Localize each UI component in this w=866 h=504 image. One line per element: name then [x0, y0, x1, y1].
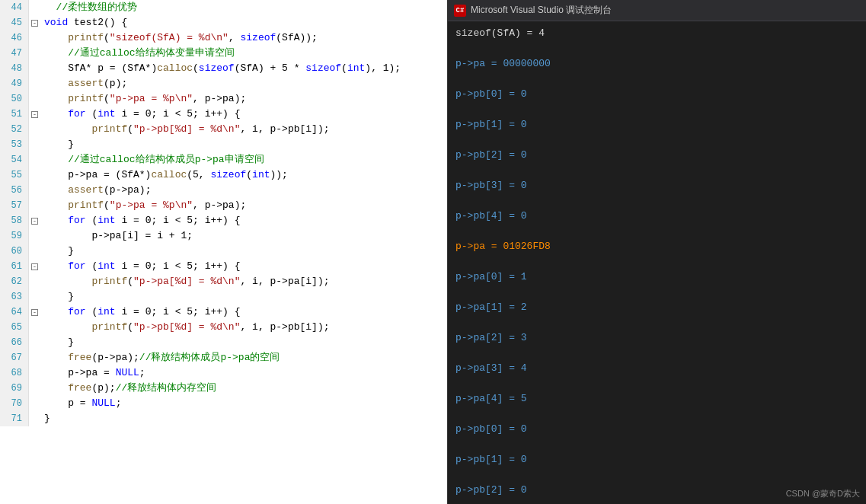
code-content: p->pa[i] = i + 1;	[41, 228, 193, 244]
line-number: 59	[0, 228, 29, 244]
line-number: 63	[0, 289, 29, 305]
code-content: free(p);//释放结构体内存空间	[41, 381, 216, 396]
console-line: p->pa = 00000000	[455, 56, 858, 72]
code-content: for (int i = 0; i < 5; i++) {	[41, 305, 240, 320]
code-content: for (int i = 0; i < 5; i++) {	[41, 107, 240, 122]
line-number: 69	[0, 381, 29, 396]
line-number: 57	[0, 198, 29, 213]
fold-gutter[interactable]: -	[29, 259, 41, 274]
console-line: p->pa[0] = 1	[455, 270, 858, 285]
console-line: p->pa[1] = 2	[455, 300, 858, 315]
code-content: for (int i = 0; i < 5; i++) {	[41, 213, 240, 228]
watermark: CSDN @蒙奇D索大	[786, 488, 860, 499]
line-number: 52	[0, 122, 29, 137]
code-content: assert(p);	[41, 76, 127, 91]
line-number: 47	[0, 46, 29, 61]
code-content: }	[41, 244, 74, 259]
line-number: 56	[0, 183, 29, 198]
code-content: printf("sizeof(SfA) = %d\n", sizeof(SfA)…	[41, 30, 318, 46]
code-content: }	[41, 335, 74, 350]
code-content: //柔性数组的优势	[41, 0, 137, 15]
console-line: p->pa = 01026FD8	[455, 239, 858, 254]
code-content: assert(p->pa);	[41, 183, 151, 198]
code-content: printf("p->pa = %p\n", p->pa);	[41, 91, 246, 107]
console-line: p->pb[0] = 0	[455, 87, 858, 102]
line-number: 50	[0, 91, 29, 107]
line-number: 55	[0, 167, 29, 183]
line-number: 44	[0, 0, 29, 15]
fold-gutter[interactable]: -	[29, 107, 41, 122]
code-content: p->pa = (SfA*)calloc(5, sizeof(int));	[41, 167, 288, 183]
code-content: }	[41, 137, 74, 152]
line-number: 48	[0, 61, 29, 76]
line-number: 62	[0, 274, 29, 289]
code-content: free(p->pa);//释放结构体成员p->pa的空间	[41, 350, 280, 365]
console-line: p->pb[1] = 0	[455, 117, 858, 132]
code-content: }	[41, 289, 74, 305]
console-line: p->pb[0] = 0	[455, 422, 858, 437]
fold-gutter[interactable]: -	[29, 15, 41, 30]
line-number: 68	[0, 365, 29, 381]
console-body: sizeof(SfA) = 4p->pa = 00000000p->pb[0] …	[448, 21, 866, 504]
line-number: 70	[0, 396, 29, 411]
console-line: p->pb[2] = 0	[455, 148, 858, 163]
fold-gutter[interactable]: -	[29, 213, 41, 228]
code-content: //通过calloc给结构体变量申请空间	[41, 46, 235, 61]
line-number: 65	[0, 320, 29, 335]
fold-gutter[interactable]: -	[29, 305, 41, 320]
console-line: p->pa[2] = 3	[455, 330, 858, 346]
console-title: Microsoft Visual Studio 调试控制台	[471, 4, 612, 17]
line-number: 58	[0, 213, 29, 228]
console-line: p->pb[4] = 0	[455, 209, 858, 224]
line-number: 45	[0, 15, 29, 30]
line-number: 53	[0, 137, 29, 152]
code-content: printf("p->pa[%d] = %d\n", i, p->pa[i]);	[41, 274, 330, 289]
line-number: 66	[0, 335, 29, 350]
console-line: p->pb[3] = 0	[455, 178, 858, 193]
code-content: }	[41, 411, 50, 426]
line-number: 49	[0, 76, 29, 91]
line-number: 46	[0, 30, 29, 46]
console-overlay: C# Microsoft Visual Studio 调试控制台 sizeof(…	[447, 0, 866, 504]
line-number: 71	[0, 411, 29, 426]
main-container: 44 //柔性数组的优势45-void test2() {46 printf("…	[0, 0, 866, 504]
code-content: //通过calloc给结构体成员p->pa申请空间	[41, 152, 264, 167]
code-content: void test2() {	[41, 15, 127, 30]
console-line: p->pa[4] = 5	[455, 391, 858, 407]
console-line: p->pb[1] = 0	[455, 452, 858, 467]
line-number: 67	[0, 350, 29, 365]
console-line: p->pa[3] = 4	[455, 361, 858, 376]
line-number: 60	[0, 244, 29, 259]
code-content: printf("p->pb[%d] = %d\n", i, p->pb[i]);	[41, 122, 330, 137]
console-line: sizeof(SfA) = 4	[455, 26, 858, 41]
line-number: 61	[0, 259, 29, 274]
code-content: printf("p->pb[%d] = %d\n", i, p->pb[i]);	[41, 320, 330, 335]
console-titlebar: C# Microsoft Visual Studio 调试控制台	[448, 0, 866, 21]
code-content: for (int i = 0; i < 5; i++) {	[41, 259, 240, 274]
code-content: p->pa = NULL;	[41, 365, 145, 381]
code-content: p = NULL;	[41, 396, 121, 411]
vs-icon: C#	[454, 5, 466, 17]
line-number: 51	[0, 107, 29, 122]
line-number: 54	[0, 152, 29, 167]
code-content: SfA* p = (SfA*)calloc(sizeof(SfA) + 5 * …	[41, 61, 401, 76]
line-number: 64	[0, 305, 29, 320]
code-content: printf("p->pa = %p\n", p->pa);	[41, 198, 246, 213]
